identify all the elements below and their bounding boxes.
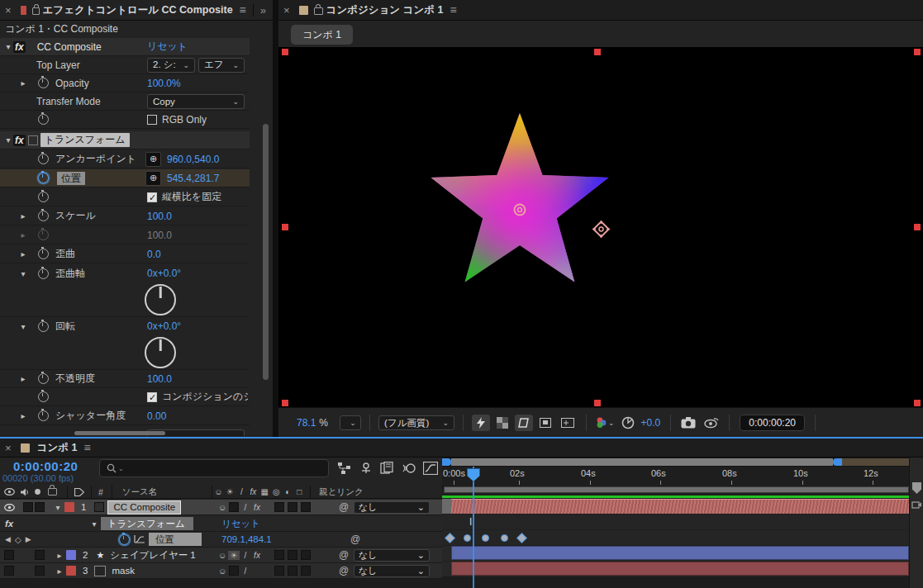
rgb-only-checkbox[interactable] bbox=[147, 115, 157, 125]
lock-toggle[interactable] bbox=[35, 566, 45, 576]
stopwatch-icon[interactable] bbox=[38, 192, 49, 202]
frame-blend-switch[interactable] bbox=[274, 566, 284, 576]
quality-switch[interactable]: / bbox=[240, 551, 251, 560]
twirl-right-icon[interactable]: ▸ bbox=[18, 374, 28, 383]
layer-bar-stub[interactable] bbox=[442, 499, 451, 514]
rotation-value[interactable]: 0x+0.0° bbox=[147, 320, 181, 332]
work-area-bar[interactable] bbox=[444, 486, 909, 493]
collapse-switch[interactable] bbox=[229, 566, 239, 576]
search-input[interactable]: ⌄ bbox=[99, 459, 329, 477]
time-navigator[interactable] bbox=[442, 458, 909, 467]
zoom-value[interactable]: 78.1 bbox=[297, 417, 316, 429]
effect-name-selected[interactable]: トランスフォーム bbox=[40, 133, 130, 147]
adjustment-switch[interactable] bbox=[301, 566, 311, 576]
preview-timecode[interactable]: 0:00:00:20 bbox=[740, 415, 805, 431]
stopwatch-icon[interactable] bbox=[38, 373, 49, 384]
anchor-value[interactable]: 960.0,540.0 bbox=[167, 154, 219, 165]
keyframe-circle[interactable] bbox=[482, 534, 489, 542]
view-layout-icon[interactable] bbox=[558, 415, 578, 431]
stopwatch-icon[interactable] bbox=[38, 391, 49, 402]
layer-row-1[interactable]: ▾ 1 CC Composite ☺ / fx @ なし⌄ bbox=[0, 500, 442, 515]
navigator-end-handle[interactable] bbox=[833, 458, 842, 466]
navigator-bar[interactable] bbox=[451, 458, 833, 466]
position-value[interactable]: 545.4,281.7 bbox=[167, 173, 219, 184]
lock-icon[interactable] bbox=[32, 7, 39, 15]
navigator-start-handle[interactable] bbox=[442, 458, 451, 466]
top-layer-mode-select[interactable]: エフ⌄ bbox=[198, 58, 245, 73]
playhead-line[interactable] bbox=[473, 467, 474, 588]
shy-switch[interactable]: ☺ bbox=[216, 503, 228, 512]
twirl-down-icon[interactable]: ▾ bbox=[53, 503, 63, 512]
twirl-right-icon[interactable]: ▸ bbox=[18, 78, 28, 88]
property-name-selected[interactable]: 位置 bbox=[149, 533, 202, 546]
motion-blur-switch[interactable] bbox=[288, 566, 297, 576]
aspect-checkbox[interactable] bbox=[147, 192, 157, 202]
collapse-switch-on[interactable]: ☀ bbox=[228, 551, 240, 560]
panel-divider[interactable] bbox=[273, 0, 278, 437]
rotation-dial[interactable] bbox=[145, 337, 176, 368]
stopwatch-icon[interactable] bbox=[38, 114, 49, 125]
panel-menu-icon[interactable]: ≡ bbox=[83, 441, 90, 454]
shy-switch[interactable]: ☺ bbox=[216, 551, 228, 560]
parent-pickwhip-icon[interactable]: @ bbox=[339, 565, 349, 576]
adjustment-column-icon[interactable]: ◐ bbox=[282, 487, 293, 496]
parent-select[interactable]: なし⌄ bbox=[354, 549, 430, 562]
lock-icon[interactable] bbox=[314, 7, 323, 15]
layer-3-duration-bar[interactable] bbox=[451, 562, 909, 576]
mask-visibility-icon[interactable] bbox=[536, 415, 554, 431]
exposure-icon[interactable] bbox=[621, 416, 635, 429]
number-column-label[interactable]: # bbox=[98, 487, 103, 497]
fx-switch[interactable]: fx bbox=[251, 551, 263, 560]
exposure-value[interactable]: +0.0 bbox=[641, 417, 661, 429]
frame-blending-icon[interactable] bbox=[380, 462, 395, 475]
opacity-value[interactable]: 100.0% bbox=[147, 78, 181, 89]
collapse-switch[interactable] bbox=[229, 502, 239, 512]
channel-select-icon[interactable]: ⌄ bbox=[595, 416, 615, 429]
fx-column-icon[interactable]: fx bbox=[247, 487, 259, 496]
comp-shutter-checkbox[interactable] bbox=[147, 392, 157, 402]
position-value[interactable]: 709.1,484.1 bbox=[221, 534, 272, 544]
parent-link-column[interactable]: 親とリンク bbox=[319, 486, 363, 498]
collapse-column-icon[interactable]: ☀ bbox=[224, 487, 236, 496]
reset-link[interactable]: リセット bbox=[147, 40, 188, 54]
comp-button-icon[interactable] bbox=[911, 499, 922, 510]
eye-icon[interactable] bbox=[4, 504, 15, 511]
snapshot-camera-icon[interactable] bbox=[681, 417, 696, 429]
effect-name[interactable]: CC Composite bbox=[37, 41, 102, 53]
skew-value[interactable]: 0.0 bbox=[147, 249, 161, 260]
stopwatch-icon-active[interactable] bbox=[38, 173, 49, 183]
stopwatch-icon[interactable] bbox=[38, 230, 49, 240]
effect-header-transform[interactable]: ▾ fx トランスフォーム bbox=[0, 131, 250, 149]
stopwatch-icon-active[interactable] bbox=[119, 534, 130, 545]
skew-axis-dial[interactable] bbox=[145, 284, 176, 315]
motion-blur-switch[interactable] bbox=[288, 550, 297, 560]
motion-blur-column-icon[interactable]: ◎ bbox=[270, 487, 282, 496]
parent-pickwhip-icon[interactable]: @ bbox=[339, 501, 349, 513]
stopwatch-icon[interactable] bbox=[38, 211, 49, 221]
stopwatch-icon[interactable] bbox=[38, 410, 49, 421]
layer-row-2[interactable]: ▸ 2 ★ シェイプレイヤー 1 ☺ ☀ / fx @ なし⌄ bbox=[0, 548, 442, 563]
vertical-scrollbar[interactable] bbox=[263, 124, 269, 380]
frame-blend-switch[interactable] bbox=[274, 550, 284, 560]
twirl-right-icon[interactable]: ▸ bbox=[55, 567, 64, 576]
twirl-right-icon[interactable]: ▸ bbox=[18, 211, 28, 220]
layer-2-duration-bar[interactable] bbox=[451, 546, 909, 560]
fast-preview-icon[interactable] bbox=[472, 415, 490, 431]
twirl-down-icon[interactable]: ▾ bbox=[18, 269, 28, 278]
stopwatch-icon[interactable] bbox=[38, 268, 49, 279]
keyframe-diamond[interactable] bbox=[516, 533, 527, 543]
effect-point-icon[interactable]: ⊕ bbox=[145, 171, 161, 186]
transparency-grid-icon[interactable] bbox=[493, 415, 511, 431]
graph-editor-icon[interactable] bbox=[423, 462, 438, 475]
label-color[interactable] bbox=[66, 566, 76, 576]
layer-name[interactable]: mask bbox=[112, 566, 134, 576]
quality-column-icon[interactable]: / bbox=[236, 487, 247, 496]
timeline-tab-title[interactable]: コンポ 1 bbox=[37, 441, 78, 455]
source-name-column[interactable]: ソース名 bbox=[122, 486, 158, 498]
prop-label-selected[interactable]: 位置 bbox=[57, 172, 85, 185]
transfer-mode-select[interactable]: Copy⌄ bbox=[147, 94, 245, 109]
show-snapshot-icon[interactable] bbox=[704, 418, 719, 429]
lock-column-icon[interactable] bbox=[46, 486, 60, 497]
stopwatch-icon[interactable] bbox=[38, 78, 49, 88]
keyframe-diamond[interactable] bbox=[445, 533, 455, 543]
